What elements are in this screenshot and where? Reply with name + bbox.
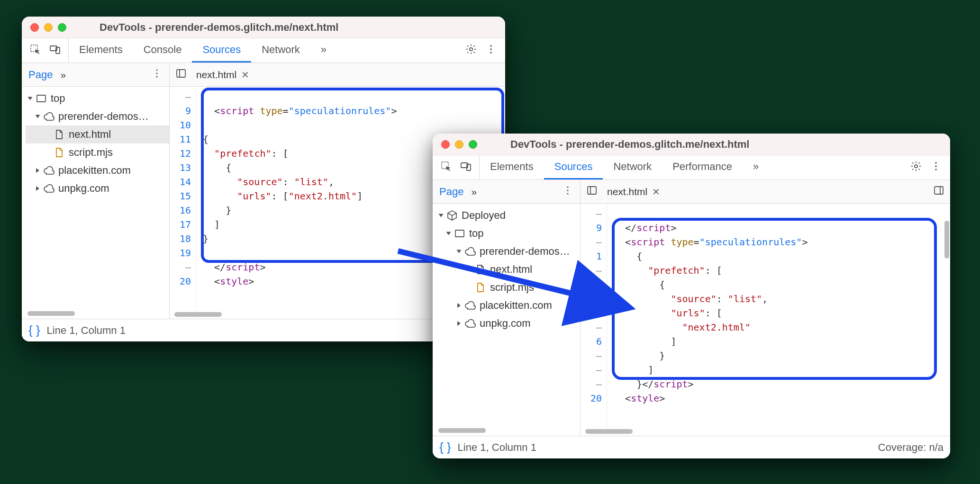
tree-deployed[interactable]: Deployed bbox=[436, 206, 580, 224]
tree-top[interactable]: top bbox=[436, 224, 580, 242]
page-tab[interactable]: Page bbox=[439, 186, 463, 198]
svg-point-9 bbox=[156, 76, 157, 77]
pretty-print-icon[interactable]: { } bbox=[28, 323, 40, 338]
tab-network[interactable]: Network bbox=[251, 38, 310, 63]
code-line: <style> bbox=[614, 393, 665, 404]
code-editor[interactable]: –9–1–3–––6–––20 </script> <script type="… bbox=[581, 204, 950, 436]
tree-file-next-html[interactable]: next.html bbox=[436, 260, 580, 278]
svg-point-16 bbox=[915, 165, 917, 168]
toggle-navigator-icon[interactable] bbox=[175, 68, 187, 81]
frame-icon bbox=[454, 228, 465, 239]
kebab-menu-icon[interactable] bbox=[930, 161, 942, 174]
code-line: ] bbox=[614, 364, 653, 376]
titlebar: DevTools - prerender-demos.glitch.me/nex… bbox=[433, 134, 950, 155]
code-line: } bbox=[614, 350, 665, 361]
svg-rect-27 bbox=[455, 230, 464, 237]
settings-icon[interactable] bbox=[910, 161, 922, 174]
horizontal-scrollbar[interactable] bbox=[174, 312, 222, 317]
minimize-window-button[interactable] bbox=[455, 140, 463, 149]
vertical-scrollbar[interactable] bbox=[944, 221, 949, 259]
window-title: DevTools - prerender-demos.glitch.me/nex… bbox=[482, 138, 942, 151]
zoom-window-button[interactable] bbox=[58, 23, 66, 32]
cursor-position: Line 1, Column 1 bbox=[458, 441, 536, 454]
inspect-icon[interactable] bbox=[440, 161, 452, 174]
tab-sources[interactable]: Sources bbox=[192, 38, 251, 63]
tab-performance[interactable]: Performance bbox=[662, 155, 743, 179]
svg-point-21 bbox=[567, 189, 568, 191]
tab-more[interactable]: » bbox=[743, 155, 769, 179]
zoom-window-button[interactable] bbox=[469, 140, 477, 149]
settings-icon[interactable] bbox=[465, 44, 477, 57]
code-line: ] bbox=[614, 336, 676, 347]
svg-point-7 bbox=[156, 69, 157, 71]
code-line bbox=[203, 247, 209, 259]
code-line: ] bbox=[203, 219, 220, 230]
svg-point-4 bbox=[490, 45, 492, 47]
tab-elements[interactable]: Elements bbox=[69, 38, 133, 63]
tree-domain-prerender[interactable]: prerender-demos… bbox=[436, 242, 580, 260]
code-line: "prefetch": [ bbox=[203, 148, 289, 159]
more-tabs-icon[interactable]: » bbox=[60, 69, 66, 81]
close-file-tab-icon[interactable]: ✕ bbox=[241, 69, 249, 81]
cloud-icon bbox=[464, 246, 476, 257]
devtools-window-right: DevTools - prerender-demos.glitch.me/nex… bbox=[433, 134, 950, 458]
main-tabbar: Elements Sources Network Performance » bbox=[433, 155, 950, 180]
file-tab-next-html[interactable]: next.html ✕ bbox=[603, 183, 664, 200]
horizontal-scrollbar[interactable] bbox=[585, 429, 633, 434]
code-line: "source": "list", bbox=[203, 176, 334, 188]
code-line: "source": "list", bbox=[614, 293, 768, 305]
file-tab-next-html[interactable]: next.html ✕ bbox=[192, 66, 253, 83]
sources-subbar: Page » next.html ✕ bbox=[22, 63, 505, 87]
close-window-button[interactable] bbox=[30, 23, 39, 32]
page-tab[interactable]: Page bbox=[28, 69, 53, 81]
svg-point-6 bbox=[490, 52, 492, 54]
close-window-button[interactable] bbox=[441, 140, 450, 149]
inspect-icon[interactable] bbox=[29, 44, 41, 57]
navigator-sidebar: top prerender-demos… next.html script.mj… bbox=[22, 87, 170, 319]
page-panel-menu-icon[interactable] bbox=[151, 68, 163, 81]
cloud-icon bbox=[43, 111, 54, 122]
code-line: { bbox=[614, 251, 642, 262]
code-line: "prefetch": [ bbox=[614, 265, 722, 276]
page-panel-menu-icon[interactable] bbox=[562, 185, 573, 198]
cloud-icon bbox=[464, 300, 476, 311]
tree-domain-unpkg[interactable]: unpkg.com bbox=[26, 179, 169, 197]
close-file-tab-icon[interactable]: ✕ bbox=[652, 186, 660, 197]
sidebar-scrollbar[interactable] bbox=[27, 311, 75, 316]
tree-top[interactable]: top bbox=[26, 90, 169, 108]
toggle-debugger-panel-icon[interactable] bbox=[933, 185, 944, 198]
device-mode-icon[interactable] bbox=[460, 161, 472, 174]
sidebar-scrollbar[interactable] bbox=[438, 428, 486, 433]
line-gutter: –9–1–3–––6–––20 bbox=[581, 204, 607, 436]
js-file-icon bbox=[54, 147, 65, 158]
pretty-print-icon[interactable]: { } bbox=[439, 440, 451, 455]
tree-file-next-html[interactable]: next.html bbox=[26, 125, 169, 143]
code-line: </script> bbox=[614, 222, 676, 233]
tab-elements[interactable]: Elements bbox=[480, 155, 544, 179]
toggle-navigator-icon[interactable] bbox=[586, 185, 598, 198]
tab-network[interactable]: Network bbox=[603, 155, 662, 179]
more-tabs-icon[interactable]: » bbox=[471, 186, 477, 197]
tab-console[interactable]: Console bbox=[133, 38, 192, 63]
tree-file-script-mjs[interactable]: script.mjs bbox=[436, 278, 580, 296]
tab-more[interactable]: » bbox=[310, 38, 337, 63]
minimize-window-button[interactable] bbox=[44, 23, 53, 32]
device-mode-icon[interactable] bbox=[49, 44, 61, 57]
kebab-menu-icon[interactable] bbox=[485, 44, 497, 57]
code-line: { bbox=[203, 134, 209, 145]
file-tab-label: next.html bbox=[607, 186, 647, 197]
code-line: <script type="speculationrules"> bbox=[614, 236, 808, 248]
package-icon bbox=[446, 210, 458, 221]
tree-domain-placekitten[interactable]: placekitten.com bbox=[436, 296, 580, 314]
main-tabbar: Elements Console Sources Network » bbox=[22, 38, 505, 63]
svg-point-5 bbox=[490, 48, 492, 50]
tree-domain-prerender[interactable]: prerender-demos… bbox=[26, 108, 169, 125]
tree-domain-placekitten[interactable]: placekitten.com bbox=[26, 161, 169, 179]
tree-domain-unpkg[interactable]: unpkg.com bbox=[436, 314, 580, 332]
cloud-icon bbox=[43, 183, 54, 194]
tab-sources[interactable]: Sources bbox=[544, 155, 603, 179]
svg-point-17 bbox=[935, 162, 937, 164]
code-line: <style> bbox=[203, 276, 254, 287]
code-line: } bbox=[203, 233, 209, 244]
tree-file-script-mjs[interactable]: script.mjs bbox=[26, 143, 169, 161]
